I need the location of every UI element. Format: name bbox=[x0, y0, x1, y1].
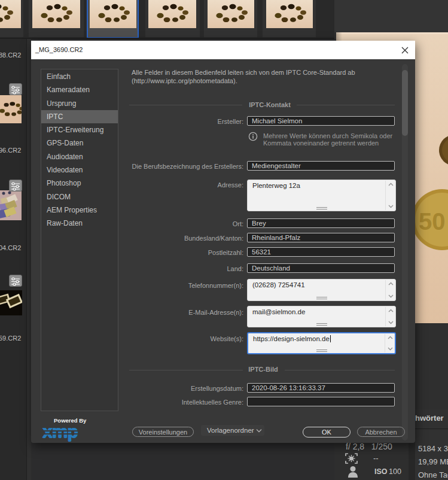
svg-text:50: 50 bbox=[419, 208, 446, 235]
